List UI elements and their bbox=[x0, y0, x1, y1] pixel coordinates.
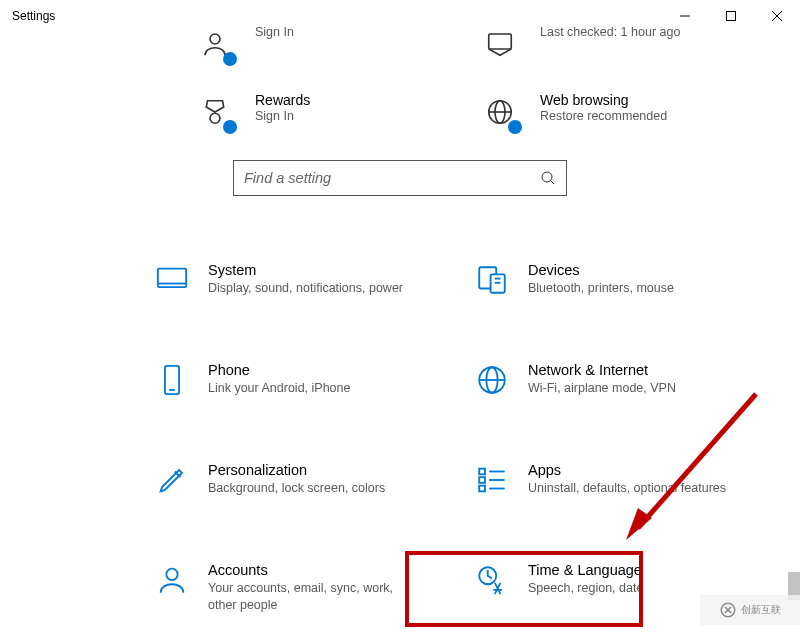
status-item-signin[interactable]: Sign In bbox=[195, 24, 455, 64]
status-area: Sign In Last checked: 1 hour ago bbox=[0, 24, 800, 132]
status-sub: Restore recommended bbox=[540, 108, 667, 125]
svg-point-4 bbox=[210, 34, 220, 44]
status-title: Rewards bbox=[255, 92, 310, 108]
pen-icon bbox=[154, 462, 190, 498]
category-title: Devices bbox=[528, 262, 674, 278]
svg-rect-26 bbox=[479, 477, 485, 483]
status-item-update[interactable]: Last checked: 1 hour ago bbox=[480, 24, 740, 64]
system-icon bbox=[154, 262, 190, 298]
category-sub: Wi-Fi, airplane mode, VPN bbox=[528, 380, 676, 397]
category-network[interactable]: Network & Internet Wi-Fi, airplane mode,… bbox=[470, 354, 740, 406]
update-icon bbox=[480, 24, 520, 64]
category-title: Time & Language bbox=[528, 562, 643, 578]
globe-icon bbox=[480, 92, 520, 132]
settings-categories: System Display, sound, notifications, po… bbox=[150, 254, 750, 622]
category-sub: Link your Android, iPhone bbox=[208, 380, 350, 397]
svg-rect-5 bbox=[489, 34, 512, 49]
status-text: Sign In bbox=[255, 24, 294, 41]
watermark-text: 创新互联 bbox=[741, 603, 781, 617]
category-sub: Display, sound, notifications, power bbox=[208, 280, 403, 297]
search-input[interactable] bbox=[244, 170, 540, 186]
category-phone[interactable]: Phone Link your Android, iPhone bbox=[150, 354, 420, 406]
window-title: Settings bbox=[12, 9, 55, 23]
status-text: Last checked: 1 hour ago bbox=[540, 24, 680, 41]
time-language-icon bbox=[474, 562, 510, 598]
category-title: Network & Internet bbox=[528, 362, 676, 378]
status-sub: Last checked: 1 hour ago bbox=[540, 24, 680, 41]
category-title: Apps bbox=[528, 462, 726, 478]
status-item-rewards[interactable]: Rewards Sign In bbox=[195, 92, 455, 132]
category-system[interactable]: System Display, sound, notifications, po… bbox=[150, 254, 420, 306]
account-icon bbox=[195, 24, 235, 64]
status-text: Web browsing Restore recommended bbox=[540, 92, 667, 125]
category-title: Phone bbox=[208, 362, 350, 378]
category-devices[interactable]: Devices Bluetooth, printers, mouse bbox=[470, 254, 740, 306]
category-title: System bbox=[208, 262, 403, 278]
category-title: Personalization bbox=[208, 462, 385, 478]
svg-rect-1 bbox=[727, 12, 736, 21]
category-sub: Uninstall, defaults, optional features bbox=[528, 480, 726, 497]
status-badge bbox=[508, 120, 522, 134]
svg-line-11 bbox=[551, 181, 555, 185]
status-text: Rewards Sign In bbox=[255, 92, 310, 125]
category-sub: Bluetooth, printers, mouse bbox=[528, 280, 674, 297]
phone-icon bbox=[154, 362, 190, 398]
category-apps[interactable]: Apps Uninstall, defaults, optional featu… bbox=[470, 454, 740, 506]
svg-rect-24 bbox=[479, 469, 485, 475]
svg-point-30 bbox=[166, 569, 177, 580]
search-box[interactable] bbox=[233, 160, 567, 196]
category-sub: Background, lock screen, colors bbox=[208, 480, 385, 497]
status-badge bbox=[223, 52, 237, 66]
status-item-webbrowsing[interactable]: Web browsing Restore recommended bbox=[480, 92, 740, 132]
svg-rect-28 bbox=[479, 486, 485, 492]
search-wrap bbox=[0, 160, 800, 196]
category-sub: Speech, region, date bbox=[528, 580, 643, 597]
globe-icon bbox=[474, 362, 510, 398]
watermark: 创新互联 bbox=[700, 595, 800, 625]
person-icon bbox=[154, 562, 190, 598]
status-badge bbox=[223, 120, 237, 134]
category-sub: Your accounts, email, sync, work, other … bbox=[208, 580, 408, 614]
category-accounts[interactable]: Accounts Your accounts, email, sync, wor… bbox=[150, 554, 420, 622]
devices-icon bbox=[474, 262, 510, 298]
status-sub: Sign In bbox=[255, 24, 294, 41]
search-icon bbox=[540, 170, 556, 186]
category-title: Accounts bbox=[208, 562, 408, 578]
apps-icon bbox=[474, 462, 510, 498]
rewards-icon bbox=[195, 92, 235, 132]
status-sub: Sign In bbox=[255, 108, 310, 125]
category-personalization[interactable]: Personalization Background, lock screen,… bbox=[150, 454, 420, 506]
svg-point-6 bbox=[210, 113, 220, 123]
status-title: Web browsing bbox=[540, 92, 667, 108]
